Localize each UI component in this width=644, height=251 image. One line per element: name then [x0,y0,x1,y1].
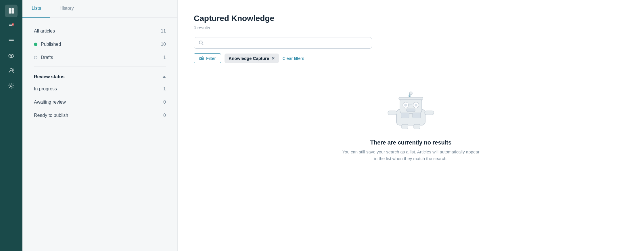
svg-point-32 [404,104,407,107]
close-icon[interactable]: ✕ [271,56,275,61]
svg-point-13 [10,55,12,57]
tabs-header: Lists History [22,0,177,18]
filter-tag-label: Knowledge Capture [229,56,269,61]
main-content: Captured Knowledge 0 results Filter Know… [178,0,644,251]
awaiting-review-count: 0 [163,100,166,105]
svg-point-34 [415,104,417,107]
svg-rect-40 [413,113,421,118]
svg-rect-9 [9,39,14,39]
clear-filters-button[interactable]: Clear filters [282,56,304,61]
svg-text:!: ! [12,24,13,26]
nav-icon-preview[interactable] [5,50,18,62]
svg-rect-6 [9,27,13,27]
published-label: Published [41,42,61,47]
filter-icon [199,56,204,61]
svg-rect-5 [9,25,12,26]
ready-to-publish-count: 0 [163,113,166,118]
svg-rect-39 [401,113,409,118]
search-icon [199,40,204,45]
results-count: 0 results [194,25,628,30]
list-item-published[interactable]: Published 10 [22,38,177,51]
filter-button-label: Filter [206,56,216,61]
drafts-label: Drafts [41,55,53,60]
svg-rect-36 [407,109,415,112]
list-item-all-articles[interactable]: All articles 11 [22,24,177,38]
filter-tag-knowledge-capture[interactable]: Knowledge Capture ✕ [225,54,279,63]
all-articles-label: All articles [34,28,55,34]
chevron-up-icon [162,76,166,78]
svg-rect-29 [399,97,423,100]
svg-point-16 [10,85,12,87]
svg-rect-1 [12,8,14,11]
svg-rect-42 [414,124,420,129]
tab-lists[interactable]: Lists [22,0,50,18]
awaiting-review-label: Awaiting review [34,100,66,105]
list-item-drafts[interactable]: Drafts 1 [22,51,177,64]
all-articles-count: 11 [161,28,166,34]
svg-rect-38 [425,111,434,115]
in-progress-count: 1 [163,86,166,92]
ready-to-publish-label: Ready to publish [34,113,68,118]
svg-rect-2 [9,11,11,14]
nav-icon-content[interactable] [5,35,18,47]
empty-state-subtitle: You can still save your search as a list… [342,149,480,162]
svg-rect-3 [12,11,14,14]
list-item-in-progress[interactable]: In progress 1 [22,82,177,96]
drafts-count: 1 [163,55,166,60]
divider [34,66,166,67]
nav-icon-settings[interactable] [5,79,18,92]
svg-rect-11 [9,42,13,42]
search-box [194,37,372,49]
svg-rect-37 [388,111,397,115]
review-status-label: Review status [34,74,65,79]
nav-icon-articles[interactable] [5,5,18,17]
nav-icon-alerts[interactable]: ! [5,20,18,32]
filter-button[interactable]: Filter [194,53,221,63]
left-panel: Lists History All articles 11 Published … [22,0,178,251]
list-items: All articles 11 Published 10 Drafts 1 Re… [22,18,177,129]
published-count: 10 [161,42,166,47]
published-dot-icon [34,43,37,46]
page-title: Captured Knowledge [194,14,628,23]
drafts-dot-icon [34,56,37,59]
svg-rect-41 [402,124,408,129]
empty-state: ⚓ There are currently no results You can… [194,75,628,173]
svg-rect-0 [9,8,11,11]
search-input[interactable] [207,41,367,45]
empty-state-illustration: ⚓ [379,86,442,132]
empty-state-title: There are currently no results [370,139,451,146]
in-progress-label: In progress [34,86,57,92]
svg-rect-10 [9,40,14,41]
sidebar-nav: ! [0,0,22,251]
list-item-awaiting-review[interactable]: Awaiting review 0 [22,96,177,109]
nav-icon-users[interactable] [5,64,18,77]
tab-history[interactable]: History [50,0,83,18]
review-status-header[interactable]: Review status [22,71,177,82]
svg-text:⚓: ⚓ [408,93,411,97]
list-item-ready-to-publish[interactable]: Ready to publish 0 [22,109,177,122]
filter-bar: Filter Knowledge Capture ✕ Clear filters [194,53,628,63]
